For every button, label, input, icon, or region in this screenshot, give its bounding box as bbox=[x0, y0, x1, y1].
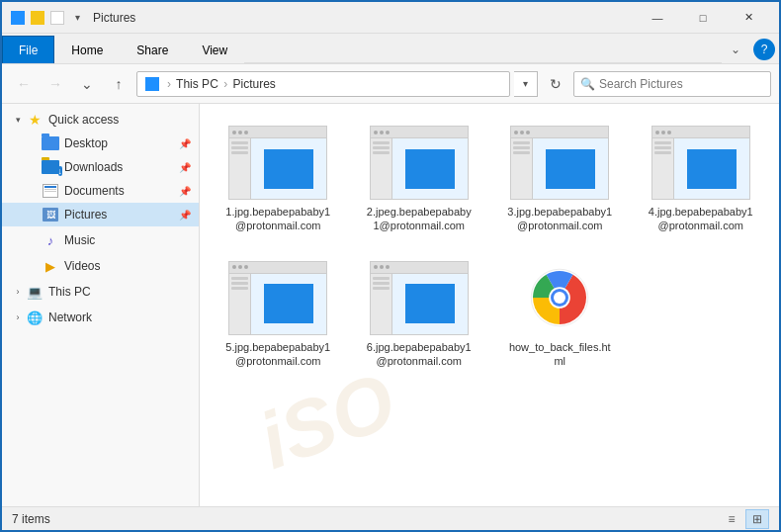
file-thumbnail bbox=[510, 126, 609, 200]
refresh-button[interactable]: ↻ bbox=[542, 71, 569, 97]
sidebar-quick-access[interactable]: ▾ ★ Quick access bbox=[2, 108, 199, 132]
sidebar-section-this-pc: › 💻 This PC bbox=[2, 280, 199, 304]
forward-button[interactable]: → bbox=[42, 70, 69, 98]
video-icon: ▶ bbox=[42, 257, 59, 275]
file-thumbnail bbox=[228, 261, 327, 335]
app-icon-white bbox=[49, 10, 65, 26]
sidebar-item-this-pc[interactable]: › 💻 This PC bbox=[2, 280, 199, 304]
expand-button[interactable]: ⌄ bbox=[73, 70, 101, 98]
sidebar-label-music: Music bbox=[64, 233, 191, 247]
file-thumbnail bbox=[370, 126, 469, 200]
chrome-icon bbox=[530, 268, 589, 327]
quick-access-toggle[interactable]: ▾ bbox=[10, 112, 26, 128]
tab-share[interactable]: Share bbox=[120, 36, 185, 63]
sidebar-label-desktop: Desktop bbox=[64, 136, 175, 150]
sidebar-label-downloads: Downloads bbox=[64, 160, 175, 174]
sidebar-label-network: Network bbox=[48, 310, 191, 324]
documents-pin-icon: 📌 bbox=[179, 186, 191, 197]
list-view-button[interactable]: ≡ bbox=[720, 509, 743, 529]
search-input[interactable] bbox=[599, 77, 764, 91]
network-toggle[interactable]: › bbox=[10, 310, 26, 325]
ribbon-collapse-btn[interactable]: ⌄ bbox=[722, 36, 749, 63]
file-item[interactable]: 1.jpg.bepabepababy1@protonmail.com bbox=[212, 116, 345, 243]
downloads-icon: ↓ bbox=[42, 158, 59, 176]
ribbon-tabs: File Home Share View ⌄ ? bbox=[2, 34, 779, 63]
address-bar: ← → ⌄ ↑ › This PC › Pictures ▾ ↻ 🔍 bbox=[2, 64, 779, 104]
sidebar-item-desktop[interactable]: Desktop 📌 bbox=[2, 132, 199, 155]
file-name: how_to_back_files.html bbox=[505, 340, 614, 369]
sidebar-item-pictures[interactable]: 🖼 Pictures 📌 bbox=[2, 203, 199, 226]
documents-toggle bbox=[26, 183, 42, 199]
videos-toggle bbox=[26, 258, 42, 274]
file-item[interactable]: 4.jpg.bepabepababy1@protonmail.com bbox=[635, 116, 768, 243]
file-grid: 1.jpg.bepabepababy1@protonmail.com bbox=[212, 116, 767, 378]
path-pictures[interactable]: Pictures bbox=[229, 77, 276, 91]
sidebar-item-network[interactable]: › 🌐 Network bbox=[2, 306, 199, 329]
path-icon bbox=[145, 77, 159, 91]
file-name: 2.jpeg.bepabepababy1@protonmail.com bbox=[365, 205, 474, 233]
file-item[interactable]: 3.jpg.bepabepababy1@protonmail.com bbox=[493, 116, 627, 243]
file-thumbnail bbox=[370, 261, 469, 335]
html-file-thumbnail bbox=[510, 261, 609, 335]
address-path[interactable]: › This PC › Pictures bbox=[136, 71, 510, 97]
search-box[interactable]: 🔍 bbox=[573, 71, 771, 97]
status-bar: 7 items ≡ ⊞ bbox=[2, 506, 779, 530]
window-title: Pictures bbox=[93, 11, 635, 25]
minimize-button[interactable]: — bbox=[635, 2, 680, 34]
title-bar-icons: ▾ bbox=[10, 10, 85, 26]
file-thumbnail bbox=[228, 126, 327, 200]
music-icon: ♪ bbox=[42, 231, 59, 249]
file-item[interactable]: 5.jpg.bepabepababy1@protonmail.com bbox=[212, 251, 345, 379]
tab-view[interactable]: View bbox=[185, 36, 244, 63]
main-content: ▾ ★ Quick access Desktop 📌 ↓ bbox=[2, 104, 779, 506]
file-item[interactable]: 2.jpeg.bepabepababy1@protonmail.com bbox=[353, 116, 486, 243]
sidebar-section-videos: ▶ Videos bbox=[2, 254, 199, 278]
up-button[interactable]: ↑ bbox=[105, 70, 132, 98]
back-button[interactable]: ← bbox=[10, 70, 38, 98]
sidebar-label-pictures: Pictures bbox=[64, 208, 175, 222]
pictures-pin-icon: 📌 bbox=[179, 210, 191, 221]
app-icon-yellow bbox=[30, 10, 45, 26]
file-name: 5.jpg.bepabepababy1@protonmail.com bbox=[223, 340, 332, 369]
path-this-pc[interactable]: This PC bbox=[173, 77, 221, 91]
documents-icon bbox=[42, 182, 59, 200]
file-area: iSO bbox=[200, 104, 779, 506]
title-dropdown-icon[interactable]: ▾ bbox=[69, 10, 85, 26]
pictures-icon: 🖼 bbox=[42, 206, 59, 223]
svg-point-3 bbox=[554, 292, 565, 304]
sidebar-section-network: › 🌐 Network bbox=[2, 306, 199, 329]
downloads-toggle bbox=[26, 159, 42, 175]
sidebar-item-music[interactable]: ♪ Music bbox=[2, 228, 199, 252]
close-button[interactable]: ✕ bbox=[726, 2, 771, 34]
pc-icon: 💻 bbox=[26, 283, 43, 301]
file-name: 6.jpg.bepabepababy1@protonmail.com bbox=[365, 340, 474, 369]
sidebar-item-documents[interactable]: Documents 📌 bbox=[2, 179, 199, 203]
file-name: 3.jpg.bepabepababy1@protonmail.com bbox=[505, 205, 614, 233]
title-bar: ▾ Pictures — □ ✕ bbox=[2, 2, 779, 34]
desktop-folder-icon bbox=[42, 134, 59, 152]
maximize-button[interactable]: □ bbox=[680, 2, 726, 34]
sidebar-item-videos[interactable]: ▶ Videos bbox=[2, 254, 199, 278]
this-pc-toggle[interactable]: › bbox=[10, 284, 26, 300]
desktop-toggle bbox=[26, 135, 42, 151]
status-text: 7 items bbox=[12, 512, 720, 526]
view-buttons: ≡ ⊞ bbox=[720, 509, 769, 529]
downloads-pin-icon: 📌 bbox=[179, 162, 191, 173]
sidebar-section-music: ♪ Music bbox=[2, 228, 199, 252]
tab-file[interactable]: File bbox=[2, 36, 54, 63]
tab-home[interactable]: Home bbox=[54, 36, 120, 63]
help-btn[interactable]: ? bbox=[753, 39, 775, 60]
sidebar: ▾ ★ Quick access Desktop 📌 ↓ bbox=[2, 104, 200, 506]
sidebar-label-quick-access: Quick access bbox=[48, 113, 191, 127]
file-item[interactable]: how_to_back_files.html bbox=[493, 251, 627, 379]
sidebar-item-downloads[interactable]: ↓ Downloads 📌 bbox=[2, 155, 199, 179]
grid-view-button[interactable]: ⊞ bbox=[745, 509, 769, 529]
music-toggle bbox=[26, 232, 42, 248]
address-dropdown[interactable]: ▾ bbox=[514, 71, 538, 97]
window-controls: — □ ✕ bbox=[635, 2, 771, 34]
search-icon: 🔍 bbox=[580, 77, 595, 91]
sidebar-label-this-pc: This PC bbox=[48, 285, 191, 299]
sidebar-section-quick-access: ▾ ★ Quick access Desktop 📌 ↓ bbox=[2, 108, 199, 226]
file-item[interactable]: 6.jpg.bepabepababy1@protonmail.com bbox=[353, 251, 486, 379]
star-icon: ★ bbox=[26, 111, 43, 129]
